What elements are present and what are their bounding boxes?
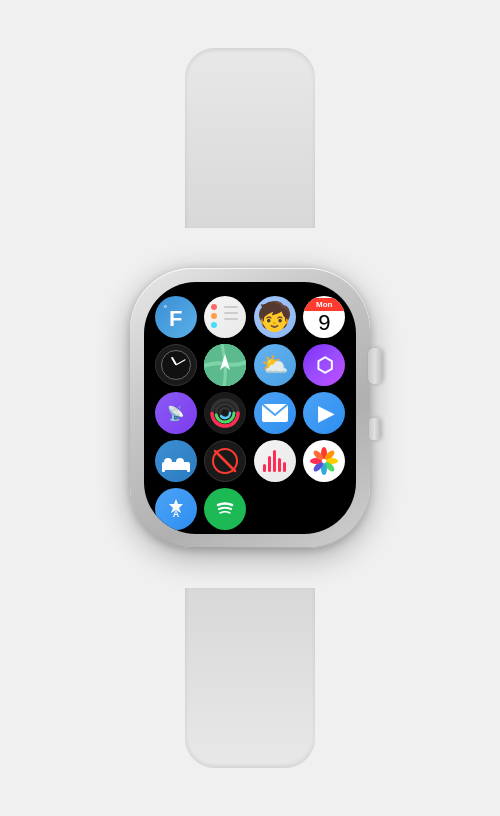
play-icon: ▶ — [318, 401, 333, 425]
reminder-lines — [224, 306, 238, 320]
svg-rect-14 — [187, 468, 190, 472]
sound-bar-1 — [263, 464, 266, 472]
reminder-line-2 — [224, 312, 238, 314]
appstore-icon: A — [164, 497, 188, 521]
watch-screen: ° F 🧒 — [144, 282, 356, 534]
sound-bar-3 — [273, 450, 276, 472]
reminder-dot-1 — [211, 304, 217, 310]
app-podcasts-small[interactable]: 📡 — [155, 392, 197, 434]
app-tv[interactable]: ▶ — [303, 392, 345, 434]
clock-face — [161, 350, 191, 380]
app-grid: ° F 🧒 — [144, 282, 356, 534]
spotify-icon — [213, 497, 237, 521]
svg-rect-13 — [162, 468, 165, 472]
memoji-face-icon: 🧒 — [257, 303, 292, 331]
app-clock[interactable] — [155, 344, 197, 386]
maps-display — [204, 344, 246, 386]
reminder-dot-2 — [211, 313, 217, 319]
temp-symbol-icon: ° — [164, 304, 167, 313]
app-maps[interactable] — [204, 344, 246, 386]
app-reminders[interactable] — [204, 296, 246, 338]
side-button[interactable] — [369, 418, 380, 440]
shortcuts-icon: ⬡ — [316, 353, 333, 377]
app-sleep[interactable] — [155, 440, 197, 482]
svg-line-16 — [215, 451, 235, 471]
reminder-dot-3 — [211, 322, 217, 328]
digital-crown[interactable] — [368, 348, 382, 384]
weather-icon: ⛅ — [261, 352, 288, 378]
svg-rect-12 — [176, 458, 184, 466]
app-weather-temp[interactable]: ° F — [155, 296, 197, 338]
watch-case: ° F 🧒 — [130, 268, 370, 548]
app-photos[interactable] — [303, 440, 345, 482]
app-appstore[interactable]: A — [155, 488, 197, 530]
svg-text:A: A — [173, 509, 180, 519]
app-shortcuts[interactable]: ⬡ — [303, 344, 345, 386]
svg-rect-11 — [164, 458, 172, 466]
dnd-icon — [211, 447, 239, 475]
clock-minute-hand — [176, 359, 186, 365]
calendar-date: 9 — [318, 311, 330, 335]
watch-band-top — [185, 48, 315, 228]
mail-icon — [262, 404, 288, 422]
app-podcasts[interactable] — [254, 440, 296, 482]
watch-container: ° F 🧒 — [90, 48, 410, 768]
sleep-icon — [162, 450, 190, 472]
activity-rings-svg — [208, 396, 242, 430]
reminder-line-3 — [224, 318, 238, 320]
app-memoji[interactable]: 🧒 — [254, 296, 296, 338]
app-weather[interactable]: ⛅ — [254, 344, 296, 386]
maps-svg — [204, 344, 246, 386]
sound-bar-4 — [278, 458, 281, 472]
svg-rect-10 — [162, 466, 190, 470]
sound-bars-display — [263, 450, 286, 472]
sound-bar-5 — [283, 462, 286, 472]
watch-band-bottom — [185, 588, 315, 768]
app-spotify[interactable] — [204, 488, 246, 530]
app-do-not-disturb[interactable] — [204, 440, 246, 482]
app-mail[interactable] — [254, 392, 296, 434]
reminder-line-1 — [224, 306, 238, 308]
f-letter: F — [169, 306, 182, 332]
photos-icon — [310, 447, 338, 475]
sound-bar-2 — [268, 456, 271, 472]
app-activity[interactable] — [204, 392, 246, 434]
podcast-icon: 📡 — [167, 405, 184, 421]
app-calendar[interactable]: Mon 9 — [303, 296, 345, 338]
